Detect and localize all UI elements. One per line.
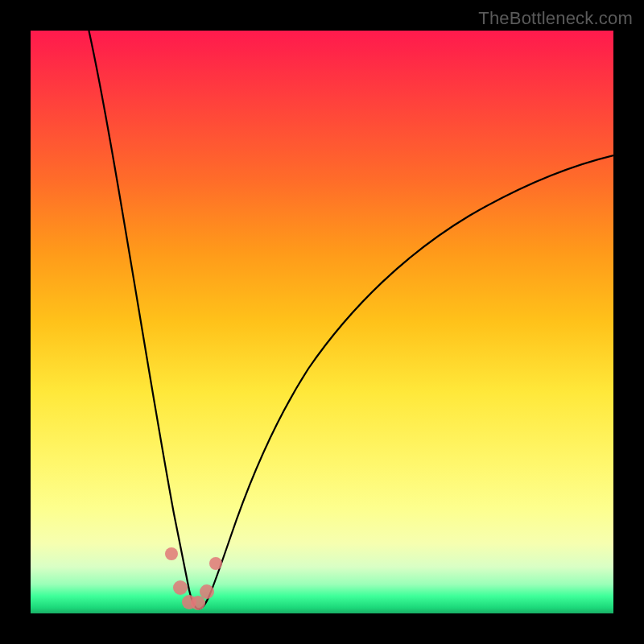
highlight-markers	[165, 547, 222, 610]
watermark-text: TheBottleneck.com	[478, 8, 633, 29]
marker-point	[191, 596, 205, 610]
curve-layer	[31, 31, 613, 613]
plot-area	[31, 31, 613, 613]
marker-point	[209, 557, 222, 570]
marker-point	[200, 584, 214, 599]
chart-frame: TheBottleneck.com	[0, 0, 644, 644]
marker-point	[173, 580, 188, 595]
bottleneck-curve	[89, 31, 613, 609]
marker-point	[165, 547, 178, 560]
